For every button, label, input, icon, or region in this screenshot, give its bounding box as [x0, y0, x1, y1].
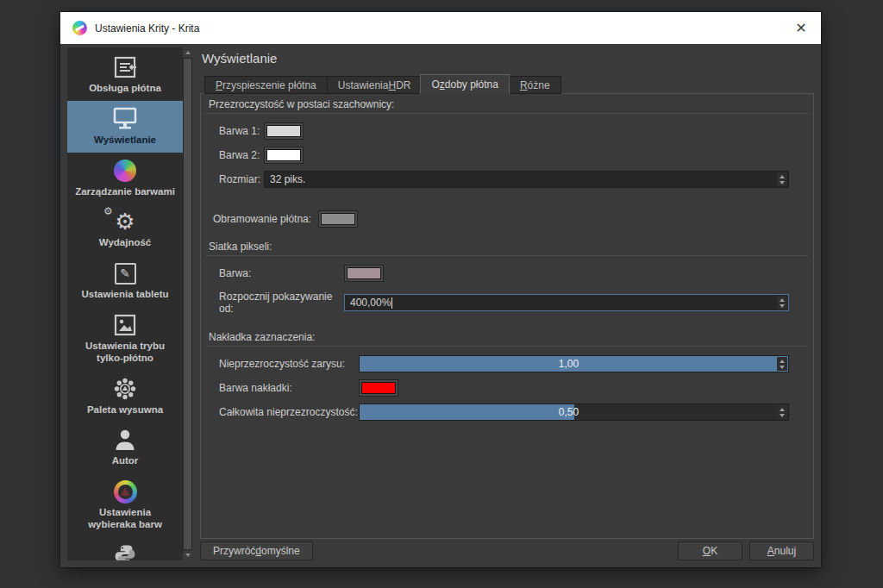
- spin-buttons[interactable]: [777, 405, 787, 419]
- color1-label: Barwa 1:: [219, 125, 264, 137]
- sidebar-item-tryb-tylko-plotno[interactable]: Ustawienia trybu tylko-płótno: [67, 307, 183, 371]
- outline-opacity-label: Nieprzezroczystość zarysu:: [219, 358, 359, 370]
- pixel-grid-color-button[interactable]: [344, 265, 384, 282]
- sidebar-item-paleta-wysuwna[interactable]: Paleta wysuwna: [67, 371, 183, 422]
- desktop-backdrop: Ustawienia Krity - Krita ✕: [0, 0, 883, 588]
- sidebar-item-label: Wyświetlanie: [94, 134, 156, 147]
- pixel-grid-color-label: Barwa:: [219, 267, 344, 279]
- spin-down-icon: [780, 304, 785, 308]
- sidebar-scrollbar[interactable]: [183, 47, 192, 560]
- group-pixel-grid-title: Siatka pikseli:: [206, 236, 808, 256]
- triangle-up-icon: [185, 51, 191, 54]
- overlay-color-button[interactable]: [359, 379, 398, 397]
- spin-down-icon: [780, 414, 785, 417]
- canvas-border-row: Obramowanie płótna:: [213, 210, 801, 228]
- sidebar-item-wyswietlanie[interactable]: Wyświetlanie: [67, 101, 183, 153]
- checker-size-spinbox[interactable]: 32 piks.: [264, 171, 789, 188]
- dialog-footer: Przywróć domyślne OK Anuluj: [200, 541, 814, 560]
- triangle-down-icon: [185, 554, 191, 557]
- window-title: Ustawienia Krity - Krita: [95, 22, 781, 34]
- color-swatch: [266, 149, 301, 161]
- spin-up-icon: [780, 175, 785, 178]
- spin-up-icon: [780, 408, 785, 411]
- group-pixel-grid: Siatka pikseli: Barwa: Rozpocznij pokazy…: [206, 236, 808, 327]
- sidebar-item-ustawienia-tabletu[interactable]: ✎ Ustawienia tabletu: [67, 255, 183, 307]
- pixel-grid-start-spinbox[interactable]: 400,00%: [344, 294, 789, 311]
- footer-right-buttons: OK Anuluj: [678, 541, 814, 560]
- spin-down-icon: [780, 181, 785, 185]
- page-title: Wyświetlanie: [202, 51, 814, 66]
- sidebar-item-label: Ustawienia trybu tylko-płótno: [85, 341, 165, 365]
- overlay-color-label: Barwa nakładki:: [219, 382, 359, 394]
- spin-down-icon: [780, 366, 785, 369]
- sidebar-item-wtyczki-pythona[interactable]: Zarządzanie wtyczkami Pythona: [67, 537, 183, 560]
- spin-up-icon: [780, 298, 785, 302]
- group-selection-overlay: Nakładka zaznaczenia: Nieprzezroczystość…: [206, 327, 808, 433]
- canvas-input-icon: [112, 54, 138, 80]
- tab-ustawienia-hdr[interactable]: Ustawienia HDR: [327, 76, 422, 94]
- canvas-border-color-button[interactable]: [318, 210, 358, 228]
- color-management-icon: [114, 158, 136, 184]
- krita-logo-icon: [72, 21, 87, 35]
- text-caret: [391, 297, 392, 309]
- sidebar-item-label: Zarządzanie barwami: [75, 186, 175, 198]
- tab-bar: Przyspieszenie płótna Ustawienia HDR Ozd…: [200, 74, 814, 94]
- group-checkers: Przezroczystość w postaci szachownicy: B…: [206, 94, 808, 200]
- checker-color2-button[interactable]: [264, 147, 304, 164]
- sidebar-item-label: Obsługa płótna: [89, 83, 161, 95]
- spin-buttons[interactable]: [777, 296, 787, 310]
- settings-window: Ustawienia Krity - Krita ✕: [60, 12, 821, 567]
- spin-up-icon: [780, 360, 785, 363]
- sidebar-item-label: Paleta wysuwna: [87, 404, 163, 416]
- tab-panel: Przezroczystość w postaci szachownicy: B…: [200, 93, 814, 539]
- sidebar-item-wydajnosc[interactable]: ⚙ ⚙ Wydajność: [67, 203, 183, 255]
- sidebar-item-label: Autor: [112, 455, 139, 467]
- color-swatch: [266, 125, 301, 137]
- color-swatch: [347, 267, 381, 279]
- sidebar-item-obsluga-plotna[interactable]: Obsługa płótna: [67, 49, 183, 101]
- checker-color1-button[interactable]: [264, 122, 304, 140]
- restore-defaults-button[interactable]: Przywróć domyślne: [200, 541, 313, 560]
- dialog-body: Obsługa płótna Wyświetlanie: [60, 44, 821, 567]
- global-opacity-label: Całkowita nieprzezroczystość:: [219, 406, 359, 418]
- spin-buttons[interactable]: [777, 357, 787, 371]
- color2-label: Barwa 2:: [219, 149, 264, 161]
- tab-przyspieszenie-plotna[interactable]: Przyspieszenie płótna: [204, 76, 327, 94]
- popup-palette-icon: [113, 376, 137, 402]
- scroll-up-button[interactable]: [183, 47, 192, 58]
- sidebar-item-label: Wydajność: [99, 237, 152, 249]
- sidebar: Obsługa płótna Wyświetlanie: [67, 47, 192, 560]
- sidebar-item-wybierak-barw[interactable]: Ustawienia wybieraka barw: [67, 473, 183, 537]
- sidebar-item-zarzadzanie-barwami[interactable]: Zarządzanie barwami: [67, 153, 183, 204]
- tab-rozne[interactable]: Różne: [509, 76, 561, 94]
- canvas-only-icon: [113, 312, 137, 338]
- sidebar-item-autor[interactable]: Autor: [67, 422, 183, 473]
- scroll-down-button[interactable]: [183, 550, 192, 560]
- tab-ozdoby-plotna[interactable]: Ozdoby płótna: [420, 74, 509, 94]
- close-button[interactable]: ✕: [781, 12, 821, 44]
- sidebar-item-label: Ustawienia tabletu: [82, 289, 169, 301]
- cancel-button[interactable]: Anuluj: [749, 541, 814, 560]
- color-swatch: [361, 382, 396, 394]
- titlebar: Ustawienia Krity - Krita ✕: [60, 12, 821, 44]
- tablet-settings-icon: ✎: [115, 260, 136, 286]
- group-checkers-title: Przezroczystość w postaci szachownicy:: [206, 94, 808, 114]
- sidebar-item-list: Obsługa płótna Wyświetlanie: [67, 47, 183, 560]
- color-swatch: [321, 213, 355, 225]
- canvas-border-label: Obramowanie płótna:: [213, 213, 311, 225]
- ok-button[interactable]: OK: [678, 541, 742, 560]
- pixel-grid-start-label: Rozpocznij pokazywanie od:: [219, 291, 344, 315]
- global-opacity-slider[interactable]: 0,50: [359, 403, 789, 421]
- sidebar-item-label: Ustawienia wybieraka barw: [88, 507, 162, 531]
- main-content: Wyświetlanie Przyspieszenie płótna Ustaw…: [200, 47, 814, 560]
- python-icon: [113, 542, 137, 560]
- group-selection-overlay-title: Nakładka zaznaczenia:: [206, 327, 808, 347]
- performance-icon: ⚙ ⚙: [115, 209, 135, 235]
- spin-buttons[interactable]: [777, 172, 787, 186]
- display-icon: [111, 106, 139, 132]
- checker-size-label: Rozmiar:: [219, 173, 264, 185]
- scrollbar-thumb[interactable]: [184, 59, 191, 549]
- color-selector-icon: [114, 479, 137, 504]
- author-icon: [114, 427, 136, 453]
- outline-opacity-slider[interactable]: 1,00: [359, 355, 789, 372]
